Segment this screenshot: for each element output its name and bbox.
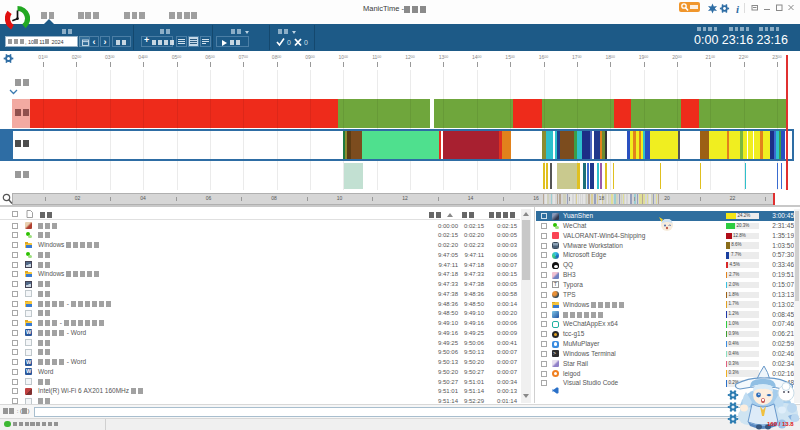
svg-text:0: 0 <box>304 39 308 46</box>
svg-text:i: i <box>736 3 740 14</box>
svg-text:0: 0 <box>287 39 291 46</box>
